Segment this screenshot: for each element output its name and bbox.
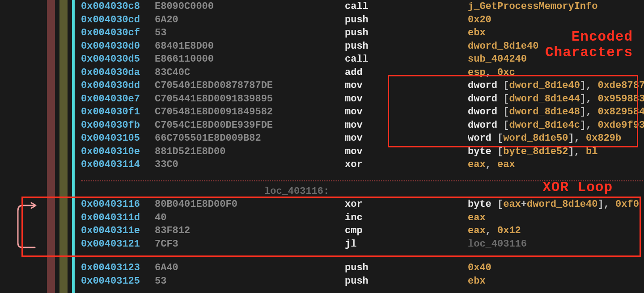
- mnemonic: push: [345, 14, 468, 25]
- bytes: 83C40C: [155, 67, 345, 78]
- asm-row[interactable]: 0x004030ddC705401E8D00878787DEmovdword […: [81, 79, 644, 92]
- bytes: 66C705501E8D009B82: [155, 133, 345, 144]
- bytes: 83F812: [155, 225, 345, 236]
- operands: byte [byte_8d1e52], bl: [468, 146, 597, 157]
- operands: byte [eax+dword_8d1e40], 0xf0: [468, 199, 639, 210]
- address: 0x00403123: [81, 262, 155, 273]
- mnemonic: xor: [345, 199, 468, 210]
- mnemonic: mov: [345, 106, 468, 117]
- address: 0x00403121: [81, 239, 155, 250]
- blank-row: [81, 251, 644, 261]
- mnemonic: push: [345, 41, 468, 52]
- asm-row[interactable]: 0x004030da83C40Caddesp, 0xc: [81, 66, 644, 80]
- bytes: C7054C1E8D00DE939FDE: [155, 120, 345, 131]
- asm-row[interactable]: 0x004031217CF3jlloc_403116: [81, 238, 644, 251]
- address: 0x0040311e: [81, 225, 155, 236]
- address: 0x004030d5: [81, 54, 155, 65]
- operands: eax: [468, 212, 486, 223]
- operands: dword [dword_8d1e48], 0x82958491: [468, 106, 644, 117]
- address: 0x00403125: [81, 276, 155, 287]
- address: 0x004030cf: [81, 27, 155, 38]
- asm-row[interactable]: 0x0040310566C705501E8D009B82movword [wor…: [81, 132, 644, 145]
- operands: eax, 0x12: [468, 225, 521, 236]
- operands: dword [dword_8d1e40], 0xde878787: [468, 80, 644, 91]
- bytes: C705441E8D0091839895: [155, 93, 345, 105]
- bytes: 6A40: [155, 262, 345, 273]
- asm-row[interactable]: 0x004030e7C705441E8D0091839895movdword […: [81, 92, 644, 106]
- asm-row[interactable]: 0x004031236A40push0x40: [81, 261, 644, 275]
- operands: loc_403116: [468, 239, 527, 250]
- bytes: 7CF3: [155, 239, 345, 250]
- bytes: 53: [155, 276, 345, 287]
- annotation-xorloop: XOR Loop: [542, 180, 613, 195]
- mnemonic: inc: [345, 212, 468, 223]
- mnemonic: cmp: [345, 225, 468, 236]
- mnemonic: mov: [345, 120, 468, 131]
- bytes: E866110000: [155, 54, 345, 65]
- address: 0x004030c8: [81, 1, 155, 12]
- operands: j_GetProcessMemoryInfo: [468, 1, 597, 12]
- asm-row[interactable]: 0x0040311d40inceax: [81, 211, 644, 225]
- operands: sub_404240: [468, 54, 527, 65]
- operands: ebx: [468, 276, 486, 287]
- address: 0x004030da: [81, 67, 155, 78]
- bytes: C705481E8D0091849582: [155, 106, 345, 117]
- bytes: 881D521E8D00: [155, 146, 345, 157]
- mnemonic: mov: [345, 133, 468, 144]
- mnemonic: push: [345, 276, 468, 287]
- bytes: 40: [155, 212, 345, 223]
- loop-arrow-icon: [13, 202, 34, 249]
- mnemonic: mov: [345, 146, 468, 157]
- address: 0x004030dd: [81, 80, 155, 91]
- asm-row[interactable]: 0x0040310e881D521E8D00movbyte [byte_8d1e…: [81, 145, 644, 159]
- address: 0x004030d0: [81, 41, 155, 52]
- address: 0x004030f1: [81, 106, 155, 117]
- operands: dword_8d1e40: [468, 41, 538, 52]
- address: 0x00403116: [81, 199, 155, 210]
- operands: esp, 0xc: [468, 67, 515, 78]
- operands: 0x40: [468, 262, 491, 273]
- operands: word [word_8d1e50], 0x829b: [468, 133, 621, 144]
- asm-row[interactable]: 0x0040311680B0401E8D00F0xorbyte [eax+dwo…: [81, 198, 644, 211]
- bytes: 80B0401E8D00F0: [155, 199, 345, 210]
- mnemonic: call: [345, 54, 468, 65]
- asm-row[interactable]: 0x004030c8E8090C0000callj_GetProcessMemo…: [81, 0, 644, 13]
- asm-row[interactable]: 0x004030f1C705481E8D0091849582movdword […: [81, 105, 644, 119]
- address: 0x00403114: [81, 159, 155, 170]
- operands: ebx: [468, 27, 486, 38]
- bytes: 6A20: [155, 14, 345, 25]
- address: 0x004030cd: [81, 14, 155, 25]
- annotation-encoded: Encoded Characters: [545, 29, 633, 60]
- asm-row[interactable]: 0x004030cd6A20push0x20: [81, 13, 644, 27]
- operands: dword [dword_8d1e4c], 0xde9f93de: [468, 120, 644, 131]
- operands: dword [dword_8d1e44], 0x95988391: [468, 93, 644, 105]
- bytes: 33C0: [155, 159, 345, 170]
- address: 0x004030e7: [81, 93, 155, 105]
- bytes: E8090C0000: [155, 1, 345, 12]
- asm-row[interactable]: 0x0040312553pushebx: [81, 275, 644, 288]
- operands: eax, eax: [468, 159, 515, 170]
- mnemonic: jl: [345, 239, 468, 250]
- asm-row[interactable]: 0x004030fbC7054C1E8D00DE939FDEmovdword […: [81, 119, 644, 132]
- bytes: 68401E8D00: [155, 41, 345, 52]
- bytes: 53: [155, 27, 345, 38]
- address: 0x0040310e: [81, 146, 155, 157]
- mnemonic: mov: [345, 80, 468, 91]
- address: 0x0040311d: [81, 212, 155, 223]
- mnemonic: add: [345, 67, 468, 78]
- mnemonic: xor: [345, 159, 468, 170]
- mnemonic: push: [345, 262, 468, 273]
- mnemonic: mov: [345, 93, 468, 105]
- mnemonic: call: [345, 1, 468, 12]
- operands: 0x20: [468, 14, 491, 25]
- mnemonic: push: [345, 27, 468, 38]
- address: 0x004030fb: [81, 120, 155, 131]
- asm-row[interactable]: 0x0040311433C0xoreax, eax: [81, 158, 644, 172]
- address: 0x00403105: [81, 133, 155, 144]
- asm-row[interactable]: 0x0040311e83F812cmpeax, 0x12: [81, 224, 644, 238]
- bytes: C705401E8D00878787DE: [155, 80, 345, 91]
